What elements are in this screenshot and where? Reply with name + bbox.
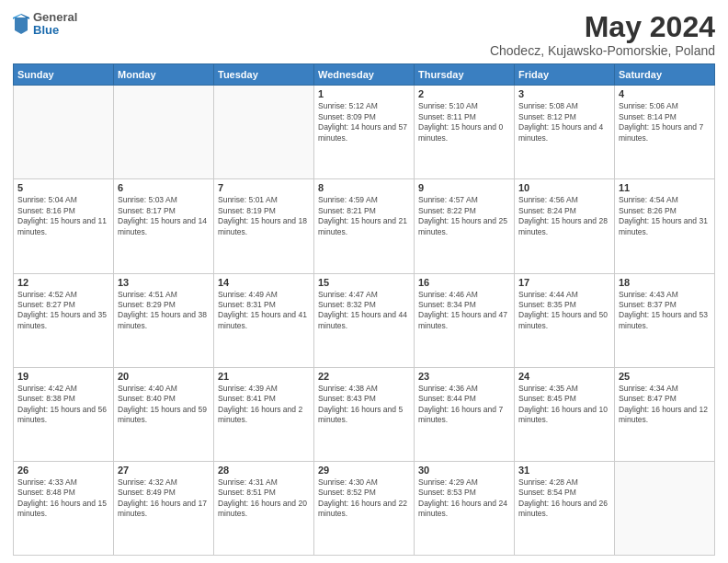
calendar-cell: 19Sunrise: 4:42 AMSunset: 8:38 PMDayligh… xyxy=(14,367,114,461)
day-info: Sunrise: 4:36 AMSunset: 8:44 PMDaylight:… xyxy=(418,384,510,426)
day-number: 13 xyxy=(118,277,210,288)
day-info: Sunrise: 5:04 AMSunset: 8:16 PMDaylight:… xyxy=(17,195,109,237)
calendar-cell: 2Sunrise: 5:10 AMSunset: 8:11 PMDaylight… xyxy=(415,86,515,179)
week-row-4: 26Sunrise: 4:33 AMSunset: 8:48 PMDayligh… xyxy=(14,461,715,555)
day-number: 31 xyxy=(518,465,610,476)
calendar-cell xyxy=(14,86,114,179)
calendar-cell: 30Sunrise: 4:29 AMSunset: 8:53 PMDayligh… xyxy=(415,461,515,555)
day-info: Sunrise: 4:54 AMSunset: 8:26 PMDaylight:… xyxy=(619,195,711,237)
week-row-3: 19Sunrise: 4:42 AMSunset: 8:38 PMDayligh… xyxy=(14,367,715,461)
day-info: Sunrise: 4:47 AMSunset: 8:32 PMDaylight:… xyxy=(318,290,410,332)
day-info: Sunrise: 4:59 AMSunset: 8:21 PMDaylight:… xyxy=(318,195,410,237)
calendar-cell: 1Sunrise: 5:12 AMSunset: 8:09 PMDaylight… xyxy=(314,86,415,179)
calendar-cell xyxy=(214,86,314,179)
day-info: Sunrise: 4:35 AMSunset: 8:45 PMDaylight:… xyxy=(518,384,610,426)
title-block: May 2024 Chodecz, Kujawsko-Pomorskie, Po… xyxy=(490,11,715,58)
day-info: Sunrise: 5:08 AMSunset: 8:12 PMDaylight:… xyxy=(518,101,610,144)
logo: General Blue xyxy=(13,11,77,38)
weekday-header-saturday: Saturday xyxy=(615,64,715,86)
weekday-header-sunday: Sunday xyxy=(14,64,114,86)
calendar-cell: 31Sunrise: 4:28 AMSunset: 8:54 PMDayligh… xyxy=(515,461,615,555)
logo-icon xyxy=(13,14,29,34)
day-number: 28 xyxy=(218,465,310,476)
calendar-cell: 5Sunrise: 5:04 AMSunset: 8:16 PMDaylight… xyxy=(14,179,114,273)
logo-blue: Blue xyxy=(33,24,77,37)
day-info: Sunrise: 5:01 AMSunset: 8:19 PMDaylight:… xyxy=(218,195,310,237)
calendar-cell: 10Sunrise: 4:56 AMSunset: 8:24 PMDayligh… xyxy=(515,179,615,273)
day-info: Sunrise: 4:42 AMSunset: 8:38 PMDaylight:… xyxy=(17,384,109,426)
day-number: 11 xyxy=(619,182,711,193)
day-info: Sunrise: 5:12 AMSunset: 8:09 PMDaylight:… xyxy=(318,101,410,144)
calendar-cell: 28Sunrise: 4:31 AMSunset: 8:51 PMDayligh… xyxy=(214,461,314,555)
weekday-header-monday: Monday xyxy=(114,64,214,86)
calendar-cell: 20Sunrise: 4:40 AMSunset: 8:40 PMDayligh… xyxy=(114,367,214,461)
day-number: 24 xyxy=(518,371,610,382)
weekday-header-row: SundayMondayTuesdayWednesdayThursdayFrid… xyxy=(14,64,715,86)
day-info: Sunrise: 4:29 AMSunset: 8:53 PMDaylight:… xyxy=(418,477,510,520)
calendar-cell: 27Sunrise: 4:32 AMSunset: 8:49 PMDayligh… xyxy=(114,461,214,555)
day-number: 1 xyxy=(318,88,410,99)
page: General Blue May 2024 Chodecz, Kujawsko-… xyxy=(0,0,728,563)
calendar-cell: 22Sunrise: 4:38 AMSunset: 8:43 PMDayligh… xyxy=(314,367,415,461)
day-number: 18 xyxy=(619,277,711,288)
day-info: Sunrise: 4:56 AMSunset: 8:24 PMDaylight:… xyxy=(518,195,610,237)
day-number: 7 xyxy=(218,182,310,193)
weekday-header-friday: Friday xyxy=(515,64,615,86)
day-number: 23 xyxy=(418,371,510,382)
day-number: 5 xyxy=(17,182,109,193)
calendar-cell: 11Sunrise: 4:54 AMSunset: 8:26 PMDayligh… xyxy=(615,179,715,273)
day-number: 14 xyxy=(218,277,310,288)
weekday-header-wednesday: Wednesday xyxy=(314,64,415,86)
day-info: Sunrise: 4:40 AMSunset: 8:40 PMDaylight:… xyxy=(118,384,210,426)
day-number: 12 xyxy=(17,277,109,288)
day-number: 9 xyxy=(418,182,510,193)
calendar-cell: 4Sunrise: 5:06 AMSunset: 8:14 PMDaylight… xyxy=(615,86,715,179)
logo-text: General Blue xyxy=(33,11,77,38)
day-info: Sunrise: 4:34 AMSunset: 8:47 PMDaylight:… xyxy=(619,384,711,426)
day-number: 25 xyxy=(619,371,711,382)
day-number: 2 xyxy=(418,88,510,99)
logo-general: General xyxy=(33,11,77,24)
day-info: Sunrise: 4:44 AMSunset: 8:35 PMDaylight:… xyxy=(518,290,610,332)
calendar-cell: 8Sunrise: 4:59 AMSunset: 8:21 PMDaylight… xyxy=(314,179,415,273)
day-info: Sunrise: 4:32 AMSunset: 8:49 PMDaylight:… xyxy=(118,477,210,520)
calendar-cell: 16Sunrise: 4:46 AMSunset: 8:34 PMDayligh… xyxy=(415,273,515,367)
day-number: 4 xyxy=(619,88,711,99)
day-number: 17 xyxy=(518,277,610,288)
calendar-cell: 12Sunrise: 4:52 AMSunset: 8:27 PMDayligh… xyxy=(14,273,114,367)
day-number: 20 xyxy=(118,371,210,382)
week-row-0: 1Sunrise: 5:12 AMSunset: 8:09 PMDaylight… xyxy=(14,86,715,179)
day-info: Sunrise: 4:49 AMSunset: 8:31 PMDaylight:… xyxy=(218,290,310,332)
day-info: Sunrise: 4:31 AMSunset: 8:51 PMDaylight:… xyxy=(218,477,310,520)
week-row-1: 5Sunrise: 5:04 AMSunset: 8:16 PMDaylight… xyxy=(14,179,715,273)
calendar-cell: 29Sunrise: 4:30 AMSunset: 8:52 PMDayligh… xyxy=(314,461,415,555)
calendar-cell: 21Sunrise: 4:39 AMSunset: 8:41 PMDayligh… xyxy=(214,367,314,461)
day-info: Sunrise: 4:46 AMSunset: 8:34 PMDaylight:… xyxy=(418,290,510,332)
header: General Blue May 2024 Chodecz, Kujawsko-… xyxy=(13,11,715,58)
day-number: 15 xyxy=(318,277,410,288)
day-info: Sunrise: 4:57 AMSunset: 8:22 PMDaylight:… xyxy=(418,195,510,237)
day-info: Sunrise: 4:43 AMSunset: 8:37 PMDaylight:… xyxy=(619,290,711,332)
day-info: Sunrise: 4:38 AMSunset: 8:43 PMDaylight:… xyxy=(318,384,410,426)
day-info: Sunrise: 4:39 AMSunset: 8:41 PMDaylight:… xyxy=(218,384,310,426)
calendar-cell: 18Sunrise: 4:43 AMSunset: 8:37 PMDayligh… xyxy=(615,273,715,367)
day-number: 26 xyxy=(17,465,109,476)
day-info: Sunrise: 5:06 AMSunset: 8:14 PMDaylight:… xyxy=(619,101,711,144)
day-info: Sunrise: 5:03 AMSunset: 8:17 PMDaylight:… xyxy=(118,195,210,237)
calendar-cell: 7Sunrise: 5:01 AMSunset: 8:19 PMDaylight… xyxy=(214,179,314,273)
calendar-cell: 25Sunrise: 4:34 AMSunset: 8:47 PMDayligh… xyxy=(615,367,715,461)
calendar-cell xyxy=(615,461,715,555)
day-number: 29 xyxy=(318,465,410,476)
day-number: 21 xyxy=(218,371,310,382)
main-title: May 2024 xyxy=(490,11,715,43)
calendar-cell: 15Sunrise: 4:47 AMSunset: 8:32 PMDayligh… xyxy=(314,273,415,367)
calendar-cell: 13Sunrise: 4:51 AMSunset: 8:29 PMDayligh… xyxy=(114,273,214,367)
day-number: 16 xyxy=(418,277,510,288)
day-number: 27 xyxy=(118,465,210,476)
subtitle: Chodecz, Kujawsko-Pomorskie, Poland xyxy=(490,43,715,58)
week-row-2: 12Sunrise: 4:52 AMSunset: 8:27 PMDayligh… xyxy=(14,273,715,367)
calendar-cell: 14Sunrise: 4:49 AMSunset: 8:31 PMDayligh… xyxy=(214,273,314,367)
day-info: Sunrise: 5:10 AMSunset: 8:11 PMDaylight:… xyxy=(418,101,510,144)
day-info: Sunrise: 4:52 AMSunset: 8:27 PMDaylight:… xyxy=(17,290,109,332)
day-info: Sunrise: 4:33 AMSunset: 8:48 PMDaylight:… xyxy=(17,477,109,520)
